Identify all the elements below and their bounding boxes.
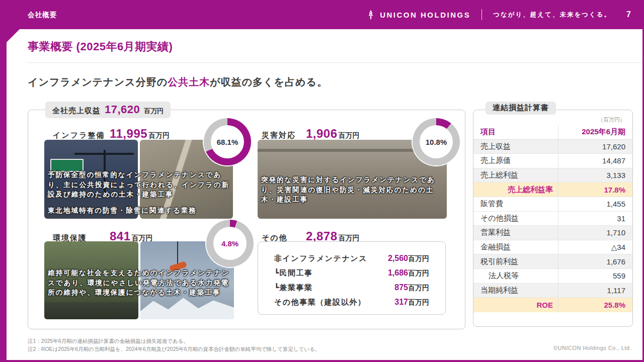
other-row-non-infra: 非インフラメンテナンス 2,560 百万円	[258, 254, 445, 268]
other-row-side-business: ┗兼業事業 875 百万円	[258, 283, 445, 298]
pl-row-other-pl: その他損益 31	[473, 212, 632, 226]
pl-row-financial-pl: 金融損益 △34	[473, 240, 632, 255]
segment-env-desc: 維持可能な社会を支えるためのインフラメンテナンスであり、環境にやさしい発電方法で…	[48, 268, 230, 298]
pl-row-value: 31	[558, 212, 632, 226]
other-row-unit: 百万円	[408, 284, 429, 293]
other-row-non-construction: その他事業（建設以外） 317 百万円	[258, 298, 445, 312]
segment-disaster-unit: 百万円	[339, 131, 360, 140]
footnote-2: 注2：ROEは2025年6月期の当期利益を、2024年6月期及び2025年6月期…	[28, 345, 320, 353]
other-row-unit: 百万円	[408, 269, 429, 278]
donut-chart-disaster: 10.8%	[413, 118, 460, 165]
brand: UNICON HOLDINGS	[366, 10, 470, 20]
donut-chart-infra: 68.1%	[204, 118, 251, 165]
pl-statement-tag-label: 連結損益計算書	[493, 103, 549, 113]
pl-row-label: 売上総利益	[473, 170, 558, 180]
other-row-private-works: ┗民間工事 1,686 百万円	[258, 268, 445, 283]
donut-env-share: 4.8%	[221, 239, 238, 248]
other-row-unit: 百万円	[408, 298, 429, 307]
pl-row-label: 販管費	[473, 199, 558, 209]
other-row-unit: 百万円	[408, 254, 429, 263]
segment-infra-name: インフラ整備	[53, 131, 110, 140]
pl-row-label: 売上原価	[473, 156, 558, 165]
pl-row-value: △34	[558, 240, 632, 254]
footnotes: 注1：2025年6月期の連結損益計算書の金融損益は損失超過である。 注2：ROE…	[28, 337, 320, 353]
pl-row-label: 税引前利益	[473, 257, 558, 266]
pl-row-roe: ROE 25.8%	[473, 298, 632, 312]
other-breakdown-box: 非インフラメンテナンス 2,560 百万円 ┗民間工事 1,686 百万円 ┗兼…	[258, 241, 446, 315]
pl-row-value: 559	[558, 269, 632, 283]
pl-row-pretax-profit: 税引前利益 1,676	[473, 254, 632, 269]
total-revenue-value: 17,620	[105, 103, 140, 116]
other-row-value: 875	[394, 283, 408, 292]
segment-infra-value: 11,995	[110, 127, 147, 141]
segment-disaster-value: 1,906	[306, 127, 338, 141]
pl-row-value: 1,676	[558, 254, 632, 268]
pl-table: 項目 2025年6月期 売上収益 17,620 売上原価 14,487 売上総利…	[473, 125, 632, 312]
pl-row-label: 売上収益	[473, 142, 558, 151]
lead-highlight: 公共土木	[168, 76, 210, 87]
lead-post: が収益の多くを占める。	[210, 76, 328, 87]
pl-row-operating-profit: 営業利益 1,710	[473, 226, 632, 240]
other-row-label: ┗民間工事	[274, 268, 388, 278]
donut-chart-env: 4.8%	[206, 220, 254, 267]
pl-row-value: 17.8%	[558, 183, 632, 197]
pl-row-label: 当期純利益	[473, 286, 558, 295]
brand-name: UNICON HOLDINGS	[380, 11, 470, 19]
other-row-label: ┗兼業事業	[274, 283, 394, 293]
pl-row-value: 14,487	[558, 154, 632, 168]
total-revenue-unit: 百万円	[144, 107, 164, 116]
footnote-1: 注1：2025年6月期の連結損益計算書の金融損益は損失超過である。	[28, 337, 320, 345]
pl-row-value: 25.8%	[558, 298, 632, 312]
pl-row-value: 1,117	[558, 284, 632, 298]
pl-row-value: 1,710	[558, 226, 632, 240]
segment-infra-desc2: 東北地域特有の防雪・除雪に関連する業務	[48, 206, 229, 216]
pl-col-item: 項目	[473, 127, 558, 137]
pl-row-net-profit: 当期純利益 1,117	[473, 284, 632, 298]
pl-row-value: 3,133	[558, 168, 632, 183]
segment-infra-header: インフラ整備 11,995 百万円	[53, 127, 170, 141]
segment-infra-unit: 百万円	[148, 131, 170, 140]
segment-disaster-header: 災害対応 1,906 百万円	[262, 127, 360, 141]
copyright: ©UNICON Holdings Co., Ltd.	[553, 345, 631, 351]
donut-infra-share: 68.1%	[217, 138, 238, 146]
pl-row-revenue: 売上収益 17,620	[473, 140, 632, 154]
header-bar: 会社概要 UNICON HOLDINGS つながり、超えて、未来をつくる。 7	[0, 0, 644, 29]
water-shape	[44, 302, 138, 319]
pl-row-income-tax: 法人税等 559	[473, 269, 632, 284]
other-row-label: その他事業（建設以外）	[274, 298, 394, 307]
pl-row-label: 売上総利益率	[473, 185, 558, 195]
section-label: 会社概要	[28, 11, 57, 20]
pl-row-cost: 売上原価 14,487	[473, 154, 632, 168]
donut-hole: 4.8%	[213, 227, 247, 260]
page-title: 事業概要 (2025年6月期実績)	[28, 39, 173, 54]
slide-body: 事業概要 (2025年6月期実績) インフラメンテナンス分野の公共土木が収益の多…	[7, 29, 642, 360]
segment-infra-photos: 予防保全型の恒常的なインフラメンテナンスであり、主に公共投資によって行われる、イ…	[44, 140, 233, 219]
brand-tagline: つながり、超えて、未来をつくる。	[493, 11, 611, 19]
pl-row-gross-profit: 売上総利益 3,133	[473, 168, 632, 183]
lead-sentence: インフラメンテナンス分野の公共土木が収益の多くを占める。	[28, 75, 328, 89]
pl-row-value: 1,455	[558, 197, 632, 211]
pl-row-label: ROE	[473, 301, 558, 309]
segment-env-photos: 維持可能な社会を支えるためのインフラメンテナンスであり、環境にやさしい発電方法で…	[44, 241, 234, 319]
pl-row-value: 17,620	[558, 140, 632, 154]
cable-shape	[177, 241, 178, 265]
pl-statement-tag: 連結損益計算書	[486, 102, 556, 115]
title-divider	[28, 62, 642, 63]
other-row-value: 317	[394, 298, 408, 307]
pl-row-label: 営業利益	[473, 228, 558, 237]
pl-row-sga: 販管費 1,455	[473, 197, 632, 212]
segment-disaster-name: 災害対応	[262, 131, 306, 140]
other-row-label: 非インフラメンテナンス	[274, 254, 388, 263]
total-revenue-label: 全社売上収益	[52, 106, 101, 116]
pl-row-label: 法人税等	[473, 271, 558, 281]
donut-hole: 68.1%	[211, 125, 244, 158]
pl-statement-panel: （百万円） 項目 2025年6月期 売上収益 17,620 売上原価 14,48…	[473, 110, 633, 327]
segment-infra-desc: 予防保全型の恒常的なインフラメンテナンスであり、主に公共投資によって行われる、イ…	[48, 170, 229, 200]
pl-col-period: 2025年6月期	[558, 125, 632, 139]
crane-tower-icon	[366, 10, 376, 20]
pl-row-label: その他損益	[473, 214, 558, 223]
other-row-value: 1,686	[388, 268, 408, 278]
segment-disaster-desc: 突発的な災害に対するインフラメンテナンスであり、災害関連の復旧や防災・減災対応の…	[261, 175, 443, 205]
header-brand-group: UNICON HOLDINGS つながり、超えて、未来をつくる。 7	[366, 0, 631, 29]
pl-header-row: 項目 2025年6月期	[473, 125, 632, 140]
